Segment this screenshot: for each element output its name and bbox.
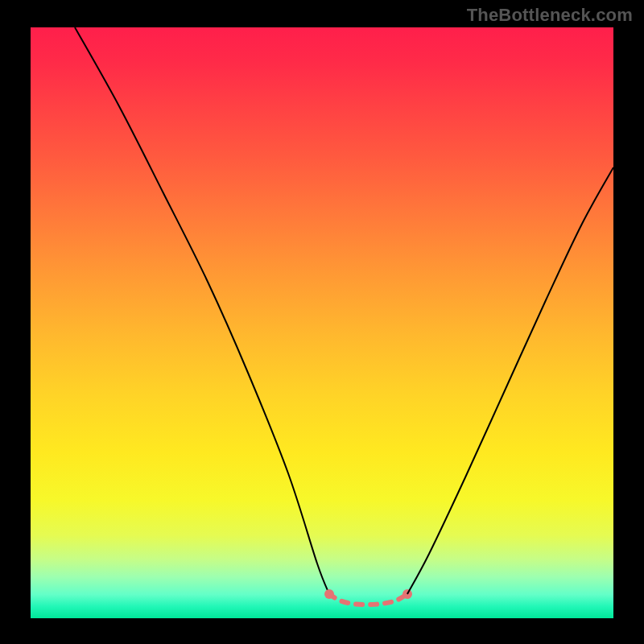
curve-right-branch <box>407 167 613 594</box>
curve-valley-floor <box>329 594 407 605</box>
valley-floor-start-dot <box>324 589 334 599</box>
curve-layer <box>31 27 613 618</box>
curve-left-branch <box>75 27 329 594</box>
plot-area <box>31 27 613 618</box>
chart-frame: TheBottleneck.com <box>0 0 644 644</box>
watermark-text: TheBottleneck.com <box>467 5 633 26</box>
